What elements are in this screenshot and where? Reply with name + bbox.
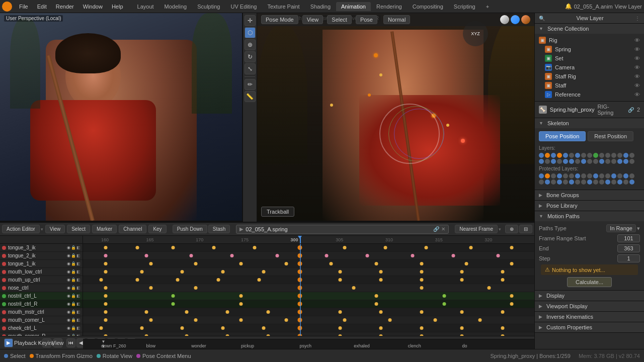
player-dot-2[interactable] [551,173,556,178]
timeline-select-btn[interactable]: Select [67,225,90,233]
reference-eye-icon[interactable]: 👁 [634,92,640,98]
pose-library-header[interactable]: ▶ Pose Library [535,201,644,211]
track-mute-6[interactable]: ◧ [76,294,80,298]
sc-item-reference[interactable]: ▷ Reference 👁 [535,90,644,99]
track-vis-5[interactable]: ◉ [67,286,70,290]
rig-eye-icon[interactable]: 👁 [634,37,640,43]
layer-dot-9[interactable] [593,153,598,158]
camera-viewport[interactable]: User Perspective (Local) [0,13,243,222]
track-vis-9[interactable]: ◉ [67,318,70,322]
layer-dot-25[interactable] [593,159,598,164]
frame-range-end-value[interactable]: 363 [617,244,640,252]
track-lock-1[interactable]: 🔒 [71,253,76,258]
tab-rendering[interactable]: Rendering [371,2,407,11]
track-nose-ctrl[interactable]: nose_ctrl ◉ 🔒 ◧ [0,284,83,292]
main-viewport[interactable]: XYZ (324) Spring.high_proxy :: sweater_s… [257,13,548,222]
timeline-key-btn[interactable]: Key [148,225,166,233]
track-mute-3[interactable]: ◧ [76,269,80,274]
layer-dot-5[interactable] [569,153,574,158]
tab-uv-editing[interactable]: UV Editing [225,2,262,11]
shading-solid-btn[interactable] [500,15,509,24]
keyframe-area[interactable]: 160 165 170 175 300 305 310 315 320 .kf-… [83,236,534,336]
track-vis-2[interactable]: ◉ [67,261,70,266]
track-mute-7[interactable]: ◧ [76,302,80,306]
track-lock-0[interactable]: 🔒 [71,245,76,250]
stash-btn[interactable]: Stash [208,225,230,233]
player-dot-3[interactable] [557,173,562,178]
push-down-btn[interactable]: Push Down [173,225,207,233]
player-dot-11[interactable] [605,173,610,178]
layer-dot-19[interactable] [557,159,562,164]
track-mouth-low-ctrl[interactable]: mouth_low_ctrl ◉ 🔒 ◧ [0,268,83,276]
layer-dot-10[interactable] [599,153,604,158]
layer-dot-0[interactable] [539,153,544,158]
track-mute-8[interactable]: ◧ [76,310,80,314]
player-dot-14[interactable] [623,173,628,178]
player-dot-0[interactable] [539,173,544,178]
keying-btn[interactable]: Keying [42,338,51,347]
player-dot-29[interactable] [617,179,622,185]
select-btn[interactable]: Select [327,15,352,24]
player-dot-12[interactable] [611,173,616,178]
player-dot-16[interactable] [539,179,544,185]
track-vis-10[interactable]: ◉ [67,326,70,330]
layer-dot-12[interactable] [611,153,616,158]
layer-dot-26[interactable] [599,159,604,164]
track-lock-4[interactable]: 🔒 [71,278,76,282]
layer-dot-6[interactable] [575,153,580,158]
toolbar-rotate[interactable]: ↻ [245,51,256,62]
player-dot-27[interactable] [605,179,610,185]
staff-eye-icon[interactable]: 👁 [634,82,640,88]
toolbar-select[interactable]: ⬡ [245,27,256,38]
track-vis-4[interactable]: ◉ [67,278,70,282]
timeline-channel-btn[interactable]: Channel [119,225,146,233]
player-dot-19[interactable] [557,179,562,185]
layer-dot-30[interactable] [623,159,628,164]
track-mouth-mstr-ctrl[interactable]: mouth_mstr_ctrl ◉ 🔒 ◧ [0,308,83,316]
sc-item-set[interactable]: ▣ Set 👁 [535,54,644,63]
layer-dot-29[interactable] [617,159,622,164]
sync-btn[interactable]: ⊕ [505,225,518,233]
viewport-display-header[interactable]: ▶ Viewport Display [535,301,644,311]
track-mute-11[interactable]: ◧ [76,334,80,336]
track-mute-4[interactable]: ◧ [76,278,80,282]
tab-layout[interactable]: Layout [132,2,159,11]
player-dot-5[interactable] [569,173,574,178]
shading-normal-btn[interactable]: Normal [383,15,410,24]
track-mouth-up-ctrl[interactable]: mouth_up_ctrl ◉ 🔒 ◧ [0,276,83,284]
track-mute-0[interactable]: ◧ [76,245,80,250]
menu-render[interactable]: Render [52,3,78,11]
tab-shading[interactable]: Shading [305,2,336,11]
player-dot-8[interactable] [587,173,592,178]
track-nostril-ctrl-R[interactable]: nostril_ctrl_R ◉ 🔒 ◧ [0,300,83,308]
player-dot-26[interactable] [599,179,604,185]
tab-animation[interactable]: Animation [336,2,371,11]
frame-range-start-value[interactable]: 101 [617,234,640,242]
track-lock-7[interactable]: 🔒 [71,302,76,306]
track-lock-3[interactable]: 🔒 [71,269,76,274]
track-vis-0[interactable]: ◉ [67,245,70,250]
player-dot-18[interactable] [551,179,556,185]
trackball-btn[interactable]: Trackball [261,207,294,217]
player-dot-25[interactable] [593,179,598,185]
rest-position-btn[interactable]: Rest Position [588,131,633,141]
staff-rig-eye-icon[interactable]: 👁 [634,73,640,79]
layer-dot-20[interactable] [563,159,568,164]
menu-edit[interactable]: Edit [33,3,51,11]
camera-eye-icon[interactable]: 👁 [634,64,640,70]
layer-dot-31[interactable] [629,159,634,164]
player-dot-13[interactable] [617,173,622,178]
tab-modeling[interactable]: Modeling [159,2,192,11]
player-dot-24[interactable] [587,179,592,185]
tab-sculpting[interactable]: Sculpting [192,2,225,11]
sc-item-rig[interactable]: ▣ Rig 👁 [535,36,644,45]
action-link-icon[interactable]: 🔗 [433,226,439,232]
paths-type-chevron[interactable]: ▾ [637,225,640,232]
player-dot-9[interactable] [593,173,598,178]
track-lock-6[interactable]: 🔒 [71,294,76,298]
bone-groups-header[interactable]: ▶ Bone Groups [535,190,644,200]
tab-compositing[interactable]: Compositing [408,2,448,11]
layer-dot-11[interactable] [605,153,610,158]
layer-dot-8[interactable] [587,153,592,158]
track-lock-2[interactable]: 🔒 [71,261,76,266]
